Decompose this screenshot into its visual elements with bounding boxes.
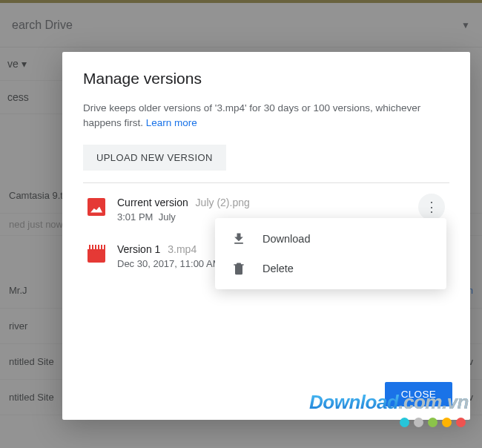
description-text: Drive keeps older versions of '3.mp4' fo… bbox=[83, 102, 420, 128]
version-title: Version 1 bbox=[117, 243, 160, 255]
more-options-button[interactable]: ⋮ bbox=[418, 194, 445, 220]
version-timestamp: Dec 30, 2017, 11:00 AM bbox=[117, 258, 220, 269]
image-file-icon bbox=[88, 198, 105, 216]
version-owner: July bbox=[159, 211, 176, 223]
menu-item-download[interactable]: Download bbox=[215, 224, 446, 254]
version-filename: July (2).png bbox=[196, 197, 250, 208]
kebab-icon: ⋮ bbox=[425, 199, 438, 215]
menu-item-delete[interactable]: Delete bbox=[215, 254, 446, 283]
trash-icon bbox=[231, 261, 246, 276]
context-menu: Download Delete bbox=[215, 218, 446, 289]
menu-item-label: Delete bbox=[263, 263, 294, 274]
menu-item-label: Download bbox=[263, 233, 311, 245]
dialog-description: Drive keeps older versions of '3.mp4' fo… bbox=[83, 101, 449, 131]
learn-more-link[interactable]: Learn more bbox=[146, 117, 197, 128]
dialog-title: Manage versions bbox=[83, 70, 449, 88]
upload-new-version-button[interactable]: UPLOAD NEW VERSION bbox=[83, 145, 226, 171]
download-icon bbox=[231, 231, 246, 246]
divider bbox=[83, 182, 449, 183]
version-filename: 3.mp4 bbox=[168, 243, 197, 255]
version-timestamp: 3:01 PM bbox=[117, 211, 153, 223]
video-file-icon bbox=[88, 245, 105, 263]
version-title: Current version bbox=[117, 197, 188, 208]
close-button[interactable]: CLOSE bbox=[385, 382, 452, 406]
